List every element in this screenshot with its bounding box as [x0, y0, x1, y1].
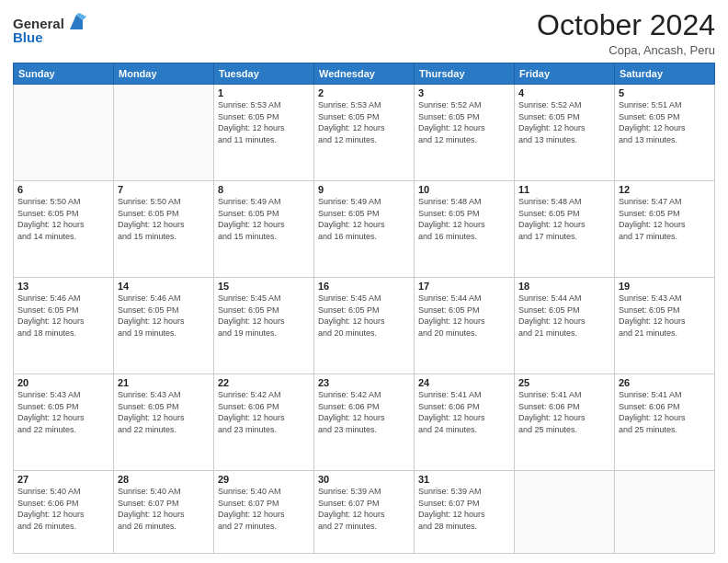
calendar-cell: 7Sunrise: 5:50 AM Sunset: 6:05 PM Daylig… [114, 181, 214, 278]
day-number: 15 [218, 281, 310, 292]
day-number: 14 [118, 281, 210, 292]
day-number: 6 [17, 184, 109, 195]
day-number: 7 [118, 184, 210, 195]
logo-blue: Blue [13, 29, 43, 45]
logo: General Blue [13, 13, 86, 45]
page: General Blue October 2024 Copa, Ancash, … [0, 0, 728, 563]
calendar-week-1: 1Sunrise: 5:53 AM Sunset: 6:05 PM Daylig… [14, 85, 715, 181]
day-info: Sunrise: 5:45 AM Sunset: 6:05 PM Dayligh… [318, 293, 410, 339]
calendar-cell: 1Sunrise: 5:53 AM Sunset: 6:05 PM Daylig… [214, 85, 314, 181]
calendar-cell: 31Sunrise: 5:39 AM Sunset: 6:07 PM Dayli… [415, 471, 515, 554]
day-info: Sunrise: 5:46 AM Sunset: 6:05 PM Dayligh… [17, 293, 109, 339]
day-number: 16 [318, 281, 410, 292]
day-number: 30 [318, 474, 410, 485]
day-number: 29 [218, 474, 310, 485]
calendar-cell: 28Sunrise: 5:40 AM Sunset: 6:07 PM Dayli… [114, 471, 214, 554]
day-info: Sunrise: 5:51 AM Sunset: 6:05 PM Dayligh… [619, 99, 711, 145]
calendar-header-row: SundayMondayTuesdayWednesdayThursdayFrid… [14, 63, 715, 85]
calendar-cell: 30Sunrise: 5:39 AM Sunset: 6:07 PM Dayli… [314, 471, 415, 554]
calendar-cell: 25Sunrise: 5:41 AM Sunset: 6:06 PM Dayli… [515, 374, 615, 471]
calendar-cell: 6Sunrise: 5:50 AM Sunset: 6:05 PM Daylig… [14, 181, 114, 278]
calendar-week-4: 20Sunrise: 5:43 AM Sunset: 6:05 PM Dayli… [14, 374, 715, 471]
day-number: 1 [218, 87, 310, 98]
day-info: Sunrise: 5:46 AM Sunset: 6:05 PM Dayligh… [118, 293, 210, 339]
day-number: 3 [418, 87, 510, 98]
day-info: Sunrise: 5:49 AM Sunset: 6:05 PM Dayligh… [318, 196, 410, 242]
day-number: 2 [318, 87, 410, 98]
calendar-cell: 17Sunrise: 5:44 AM Sunset: 6:05 PM Dayli… [415, 278, 515, 374]
day-number: 18 [518, 281, 610, 292]
calendar-cell: 23Sunrise: 5:42 AM Sunset: 6:06 PM Dayli… [314, 374, 415, 471]
day-number: 10 [418, 184, 510, 195]
calendar-week-3: 13Sunrise: 5:46 AM Sunset: 6:05 PM Dayli… [14, 278, 715, 374]
calendar-cell: 19Sunrise: 5:43 AM Sunset: 6:05 PM Dayli… [615, 278, 715, 374]
day-number: 20 [17, 377, 109, 388]
calendar-cell: 9Sunrise: 5:49 AM Sunset: 6:05 PM Daylig… [314, 181, 415, 278]
day-header-sunday: Sunday [14, 63, 114, 85]
calendar-cell: 13Sunrise: 5:46 AM Sunset: 6:05 PM Dayli… [14, 278, 114, 374]
day-info: Sunrise: 5:41 AM Sunset: 6:06 PM Dayligh… [518, 389, 610, 435]
calendar-cell: 2Sunrise: 5:53 AM Sunset: 6:05 PM Daylig… [314, 85, 415, 181]
day-info: Sunrise: 5:40 AM Sunset: 6:07 PM Dayligh… [118, 486, 210, 532]
day-info: Sunrise: 5:49 AM Sunset: 6:05 PM Dayligh… [218, 196, 310, 242]
calendar-cell: 5Sunrise: 5:51 AM Sunset: 6:05 PM Daylig… [615, 85, 715, 181]
day-info: Sunrise: 5:45 AM Sunset: 6:05 PM Dayligh… [218, 293, 310, 339]
calendar-cell: 14Sunrise: 5:46 AM Sunset: 6:05 PM Dayli… [114, 278, 214, 374]
calendar-cell: 20Sunrise: 5:43 AM Sunset: 6:05 PM Dayli… [14, 374, 114, 471]
day-number: 4 [518, 87, 610, 98]
calendar-cell: 11Sunrise: 5:48 AM Sunset: 6:05 PM Dayli… [515, 181, 615, 278]
title-month: October 2024 [537, 9, 715, 41]
calendar-week-5: 27Sunrise: 5:40 AM Sunset: 6:06 PM Dayli… [14, 471, 715, 554]
day-info: Sunrise: 5:53 AM Sunset: 6:05 PM Dayligh… [318, 99, 410, 145]
logo-general: General [13, 16, 64, 31]
day-number: 22 [218, 377, 310, 388]
calendar-cell: 3Sunrise: 5:52 AM Sunset: 6:05 PM Daylig… [415, 85, 515, 181]
day-info: Sunrise: 5:39 AM Sunset: 6:07 PM Dayligh… [418, 486, 510, 532]
day-info: Sunrise: 5:40 AM Sunset: 6:07 PM Dayligh… [218, 486, 310, 532]
day-number: 24 [418, 377, 510, 388]
day-number: 26 [619, 377, 711, 388]
day-number: 25 [518, 377, 610, 388]
day-number: 13 [17, 281, 109, 292]
calendar-cell: 8Sunrise: 5:49 AM Sunset: 6:05 PM Daylig… [214, 181, 314, 278]
title-location: Copa, Ancash, Peru [537, 43, 715, 57]
day-header-tuesday: Tuesday [214, 63, 314, 85]
day-number: 9 [318, 184, 410, 195]
day-info: Sunrise: 5:42 AM Sunset: 6:06 PM Dayligh… [318, 389, 410, 435]
calendar-table: SundayMondayTuesdayWednesdayThursdayFrid… [13, 63, 715, 554]
day-number: 27 [17, 474, 109, 485]
calendar-cell: 12Sunrise: 5:47 AM Sunset: 6:05 PM Dayli… [615, 181, 715, 278]
day-info: Sunrise: 5:48 AM Sunset: 6:05 PM Dayligh… [518, 196, 610, 242]
day-number: 19 [619, 281, 711, 292]
day-number: 21 [118, 377, 210, 388]
day-info: Sunrise: 5:43 AM Sunset: 6:05 PM Dayligh… [17, 389, 109, 435]
day-number: 11 [518, 184, 610, 195]
day-info: Sunrise: 5:52 AM Sunset: 6:05 PM Dayligh… [418, 99, 510, 145]
calendar-week-2: 6Sunrise: 5:50 AM Sunset: 6:05 PM Daylig… [14, 181, 715, 278]
day-info: Sunrise: 5:44 AM Sunset: 6:05 PM Dayligh… [418, 293, 510, 339]
calendar-cell [515, 471, 615, 554]
day-info: Sunrise: 5:41 AM Sunset: 6:06 PM Dayligh… [619, 389, 711, 435]
day-header-saturday: Saturday [615, 63, 715, 85]
calendar-cell [14, 85, 114, 181]
day-header-thursday: Thursday [415, 63, 515, 85]
calendar-cell: 27Sunrise: 5:40 AM Sunset: 6:06 PM Dayli… [14, 471, 114, 554]
day-number: 31 [418, 474, 510, 485]
day-info: Sunrise: 5:41 AM Sunset: 6:06 PM Dayligh… [418, 389, 510, 435]
day-info: Sunrise: 5:47 AM Sunset: 6:05 PM Dayligh… [619, 196, 711, 242]
logo-icon [66, 13, 86, 33]
calendar-cell: 15Sunrise: 5:45 AM Sunset: 6:05 PM Dayli… [214, 278, 314, 374]
day-info: Sunrise: 5:50 AM Sunset: 6:05 PM Dayligh… [118, 196, 210, 242]
calendar-cell: 10Sunrise: 5:48 AM Sunset: 6:05 PM Dayli… [415, 181, 515, 278]
header: General Blue October 2024 Copa, Ancash, … [13, 9, 715, 57]
calendar-cell [114, 85, 214, 181]
calendar-cell: 16Sunrise: 5:45 AM Sunset: 6:05 PM Dayli… [314, 278, 415, 374]
day-info: Sunrise: 5:53 AM Sunset: 6:05 PM Dayligh… [218, 99, 310, 145]
calendar-cell: 18Sunrise: 5:44 AM Sunset: 6:05 PM Dayli… [515, 278, 615, 374]
day-info: Sunrise: 5:43 AM Sunset: 6:05 PM Dayligh… [619, 293, 711, 339]
day-info: Sunrise: 5:39 AM Sunset: 6:07 PM Dayligh… [318, 486, 410, 532]
day-info: Sunrise: 5:48 AM Sunset: 6:05 PM Dayligh… [418, 196, 510, 242]
day-header-monday: Monday [114, 63, 214, 85]
day-number: 12 [619, 184, 711, 195]
day-info: Sunrise: 5:43 AM Sunset: 6:05 PM Dayligh… [118, 389, 210, 435]
